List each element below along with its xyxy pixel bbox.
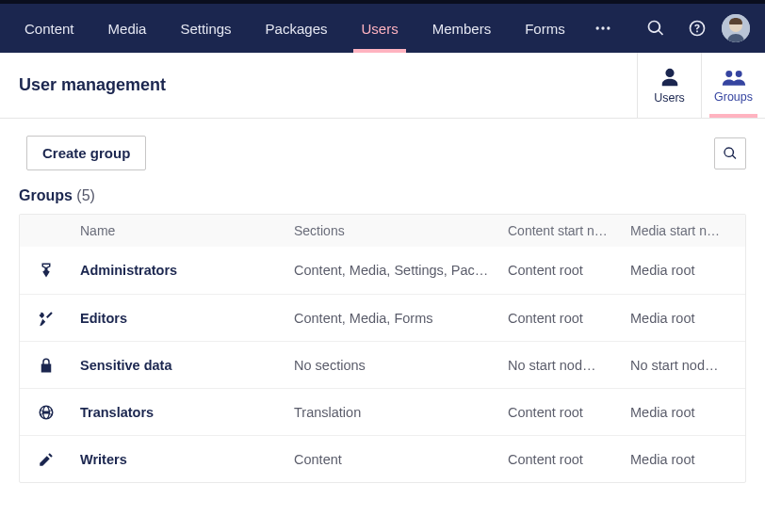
header-content-start[interactable]: Content start n… [500, 216, 623, 246]
search-groups-button[interactable] [714, 137, 746, 169]
section-count: (5) [76, 187, 95, 203]
view-users-label: Users [654, 91, 685, 105]
nav-users[interactable]: Users [344, 4, 415, 53]
row-sections: Content [286, 439, 500, 480]
row-name: Translators [73, 392, 286, 433]
row-sections: No sections [286, 345, 500, 386]
tools-icon [38, 310, 55, 327]
toolbar: Create group [0, 119, 765, 187]
view-groups-label: Groups [714, 90, 753, 104]
help-icon[interactable] [676, 4, 718, 53]
avatar[interactable] [722, 14, 750, 42]
view-groups-tab[interactable]: Groups [701, 53, 765, 118]
row-name: Administrators [73, 250, 286, 291]
create-group-button[interactable]: Create group [26, 136, 146, 170]
svg-point-2 [607, 26, 610, 29]
user-icon [659, 67, 680, 88]
row-sections: Translation [286, 392, 500, 433]
table-row[interactable]: EditorsContent, Media, FormsContent root… [20, 294, 745, 341]
table-row[interactable]: AdministratorsContent, Media, Settings, … [20, 247, 745, 294]
row-content-start: Content root [500, 250, 623, 291]
nav-more-icon[interactable] [582, 4, 624, 53]
nav-members[interactable]: Members [415, 4, 509, 53]
nav-forms[interactable]: Forms [508, 4, 582, 53]
row-name: Editors [73, 298, 286, 339]
row-sections: Content, Media, Settings, Packa… [286, 250, 500, 291]
section-title: Groups (5) [0, 187, 765, 214]
nav-settings[interactable]: Settings [163, 4, 248, 53]
row-media-start: Media root [623, 298, 745, 339]
group-icon [722, 68, 746, 87]
svg-point-5 [725, 71, 732, 77]
table-row[interactable]: WritersContentContent rootMedia root [20, 435, 745, 482]
groups-table: Name Sections Content start n… Media sta… [19, 214, 746, 483]
view-users-tab[interactable]: Users [637, 53, 701, 118]
top-nav: Content Media Settings Packages Users Me… [0, 4, 765, 53]
section-label: Groups [19, 187, 73, 203]
svg-point-0 [595, 26, 598, 29]
badge-icon [38, 262, 55, 279]
pencil-icon [38, 451, 55, 468]
search-icon [723, 146, 738, 161]
row-content-start: No start nod… [500, 345, 623, 386]
row-content-start: Content root [500, 392, 623, 433]
row-media-start: Media root [623, 439, 745, 480]
header-sections[interactable]: Sections [286, 216, 500, 246]
row-media-start: No start nod… [623, 345, 745, 386]
table-header: Name Sections Content start n… Media sta… [20, 215, 745, 247]
nav-content[interactable]: Content [8, 4, 91, 53]
table-row[interactable]: Sensitive dataNo sectionsNo start nod…No… [20, 341, 745, 388]
table-row[interactable]: TranslatorsTranslationContent rootMedia … [20, 388, 745, 435]
row-media-start: Media root [623, 392, 745, 433]
row-content-start: Content root [500, 439, 623, 480]
row-name: Sensitive data [73, 345, 286, 386]
row-name: Writers [73, 439, 286, 480]
svg-point-6 [735, 71, 741, 77]
row-sections: Content, Media, Forms [286, 298, 500, 339]
lock-icon [38, 357, 55, 374]
globe-icon [38, 404, 55, 421]
search-icon[interactable] [635, 4, 676, 53]
nav-packages[interactable]: Packages [249, 4, 345, 53]
sub-nav: User management Users Groups [0, 53, 765, 119]
nav-media[interactable]: Media [91, 4, 164, 53]
svg-point-1 [601, 26, 604, 29]
page-title: User management [0, 53, 637, 118]
header-media-start[interactable]: Media start n… [623, 216, 745, 246]
header-name[interactable]: Name [73, 216, 286, 246]
row-media-start: Media root [623, 250, 745, 291]
row-content-start: Content root [500, 298, 623, 339]
